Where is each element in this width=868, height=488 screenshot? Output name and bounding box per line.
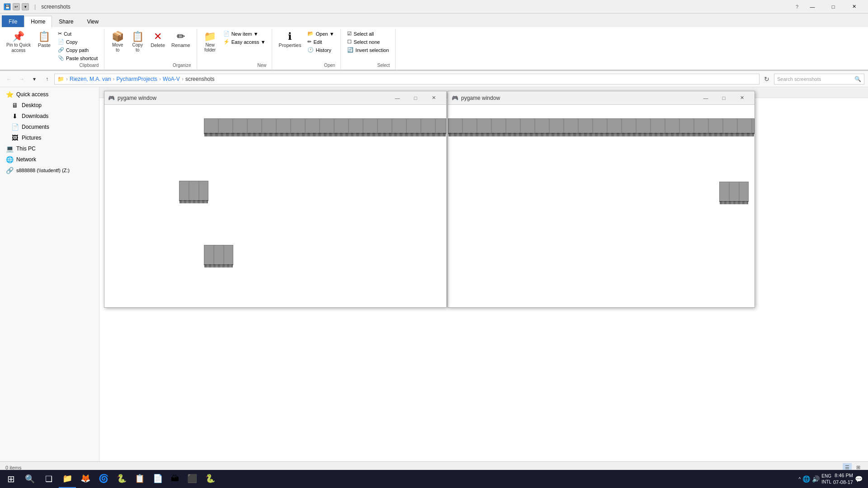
undo-icon[interactable]: ↩ [13,3,20,10]
task-view-button[interactable]: ❑ [40,470,58,488]
taskbar-blender[interactable]: 🌀 [95,470,112,488]
select-all-button[interactable]: ☑ Select all [344,30,392,38]
taskbar-firefox[interactable]: 🦊 [77,470,94,488]
paste-icon: 📋 [38,32,50,42]
easy-access-icon: ⚡ [223,39,230,45]
new-item-button[interactable]: 📄 New item ▼ [221,30,269,38]
paste-button[interactable]: 📋 Paste [34,30,54,50]
taskbar-app8[interactable]: 🐍 [202,470,219,488]
new-folder-icon: 📁 [204,32,216,42]
pin-to-quick-access-button[interactable]: 📌 Pin to Quickaccess [4,30,33,55]
tray-chevron[interactable]: ^ [799,477,801,482]
volume-tray-icon[interactable]: 🔊 [812,475,820,483]
group-organize: 📦 Moveto 📋 Copyto ✕ Delete ✏ Rename Orga… [104,29,197,70]
maximize-button[interactable]: □ [823,0,844,14]
properties-icon: ℹ [288,32,292,42]
pygame1-brick-top [204,118,446,134]
copy-path-button[interactable]: 🔗 Copy path [55,46,100,54]
minimize-button[interactable]: — [802,0,823,14]
help-button[interactable]: ? [796,4,798,9]
search-box[interactable]: Search screenshots 🔍 [774,74,864,84]
sidebar-item-quick-access[interactable]: ⭐ Quick access [0,89,99,100]
taskbar-app5[interactable]: 📄 [149,470,166,488]
refresh-button[interactable]: ↻ [761,74,772,84]
sidebar-item-network[interactable]: 🌐 Network [0,154,99,165]
sidebar-item-thispc[interactable]: 💻 This PC [0,143,99,154]
tab-view[interactable]: View [80,15,105,27]
pygame2-close[interactable]: ✕ [733,91,751,105]
forward-button[interactable]: → [16,74,27,84]
copy-icon: 📄 [58,39,64,45]
pygame2-minimize[interactable]: — [697,91,715,105]
ribbon-body: 📌 Pin to Quickaccess 📋 Paste ✂ Cut 📄 [0,27,868,70]
copy-button[interactable]: 📄 Copy [55,38,100,46]
sidebar-item-downloads[interactable]: ⬇ Downloads [0,111,99,122]
taskbar-app6[interactable]: 🏔 [167,470,183,488]
new-folder-button[interactable]: 📁 Newfolder [201,30,220,54]
taskbar-file-explorer[interactable]: 📁 [59,470,76,488]
move-icon: 📦 [112,32,124,42]
pygame1-titlebar: 🎮 pygame window — □ ✕ [104,91,446,105]
breadcrumb-folder-icon: 📁 [57,76,64,82]
copy-to-icon: 📋 [132,32,144,42]
invert-selection-button[interactable]: 🔄 Invert selection [344,46,392,54]
select-none-button[interactable]: ☐ Select none [344,38,392,46]
address-bar: ← → ▾ ↑ 📁 › Riezen, M.A. van › PycharmPr… [0,71,868,87]
pygame2-maximize[interactable]: □ [715,91,733,105]
pygame1-title: pygame window [118,95,156,101]
back-button[interactable]: ← [4,74,14,84]
taskbar-terminal[interactable]: ⬛ [184,470,201,488]
move-to-button[interactable]: 📦 Moveto [108,30,127,54]
sidebar-item-drive-z[interactable]: 🔗 s888888 (\\studentf) (Z:) [0,165,99,176]
cut-button[interactable]: ✂ Cut [55,30,100,38]
easy-access-button[interactable]: ⚡ Easy access ▼ [221,38,269,46]
open-label: Open [322,62,337,69]
recent-locations-button[interactable]: ▾ [29,74,40,84]
notification-icon[interactable]: 💬 [855,475,863,483]
breadcrumb: 📁 › Riezen, M.A. van › PycharmProjects ›… [54,74,760,84]
delete-button[interactable]: ✕ Delete [148,30,168,50]
quick-access-dropdown[interactable]: ▾ [22,3,29,10]
paste-shortcut-button[interactable]: 📎 Paste shortcut [55,54,100,62]
tab-home[interactable]: Home [24,16,52,28]
title-bar: 💾 ↩ ▾ | screenshots ? — □ ✕ [0,0,868,14]
network-tray-icon[interactable]: 🌐 [802,475,810,483]
tab-file[interactable]: File [2,15,24,27]
pygame1-brick-2 [204,245,233,265]
title-bar-left: 💾 ↩ ▾ | screenshots [4,3,71,10]
breadcrumb-item-2[interactable]: PycharmProjects [116,76,157,82]
history-button[interactable]: 🕐 History [305,46,337,54]
system-clock[interactable]: 8:46 PM 07-08-17 [833,472,853,486]
ribbon-tabs: File Home Share View [0,14,868,27]
select-label: Select [376,62,392,69]
search-taskbar-button[interactable]: 🔍 [21,470,39,488]
start-button[interactable]: ⊞ [2,470,20,488]
copy-to-button[interactable]: 📋 Copyto [128,30,147,54]
up-button[interactable]: ↑ [42,74,52,84]
breadcrumb-item-1[interactable]: Riezen, M.A. van [70,76,111,82]
sidebar-item-desktop[interactable]: 🖥 Desktop [0,100,99,111]
save-icon[interactable]: 💾 [4,3,11,10]
search-placeholder: Search screenshots [777,76,821,82]
breadcrumb-item-3[interactable]: WoA-V [163,76,180,82]
pygame1-minimize[interactable]: — [388,91,406,105]
main-area: ⭐ Quick access 🖥 Desktop ⬇ Downloads 📄 D… [0,87,868,461]
invert-icon: 🔄 [347,47,354,53]
taskbar-pycharm[interactable]: 🐍 [113,470,130,488]
select-none-icon: ☐ [347,39,352,45]
edit-button[interactable]: ✏ Edit [305,38,337,46]
pygame1-maximize[interactable]: □ [406,91,425,105]
tab-share[interactable]: Share [52,15,80,27]
pygame1-close[interactable]: ✕ [425,91,443,105]
window-title: screenshots [41,4,71,10]
language-indicator[interactable]: ENG INTL [821,473,831,485]
time-display: 8:46 PM [833,472,853,479]
open-button[interactable]: 📂 Open ▼ [305,30,337,38]
sidebar-item-documents[interactable]: 📄 Documents [0,122,99,132]
sidebar-item-pictures[interactable]: 🖼 Pictures [0,132,99,143]
app5-icon: 📄 [153,474,163,483]
rename-button[interactable]: ✏ Rename [169,30,193,50]
close-button[interactable]: ✕ [844,0,864,14]
taskbar-app4[interactable]: 📋 [131,470,148,488]
properties-button[interactable]: ℹ Properties [276,30,304,50]
